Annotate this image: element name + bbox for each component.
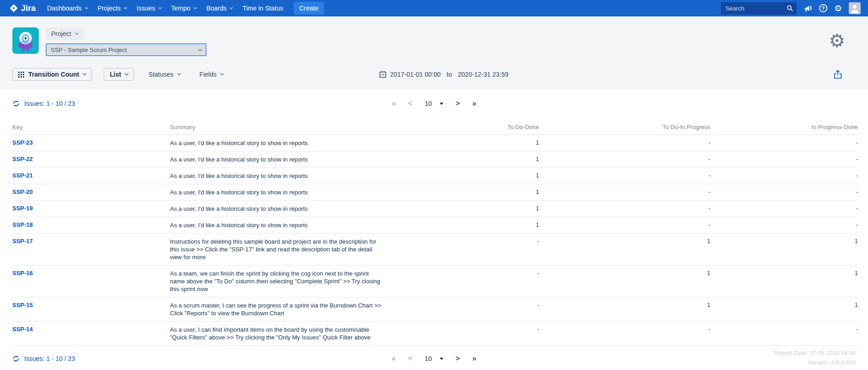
value-inprogress-done: -	[710, 135, 858, 151]
last-page-button[interactable]: »	[472, 354, 476, 363]
value-inprogress-done: -	[710, 322, 858, 346]
project-scope-button[interactable]: Project	[46, 27, 84, 40]
table-row: SSP-21 As a user, I'd like a historical …	[12, 168, 858, 184]
pagination-bottom: « < 10 > »	[392, 354, 476, 363]
issue-summary: As a user, I'd like a historical story t…	[170, 139, 385, 147]
date-range-picker[interactable]: 2017-01-01 00:00 to 2020-12-31 23:59	[379, 71, 508, 78]
date-to: 2020-12-31 23:59	[458, 71, 508, 78]
table-row: SSP-14 As a user, I can find important i…	[12, 322, 858, 346]
project-avatar	[12, 27, 39, 56]
issue-key-link[interactable]: SSP-17	[12, 238, 33, 245]
table-row: SSP-18 As a user, I'd like a historical …	[12, 217, 858, 234]
settings-icon[interactable]: ⚙	[834, 4, 842, 13]
nav-item-time-in-status[interactable]: Time in Status	[238, 0, 288, 16]
column-header-summary[interactable]: Summary	[170, 122, 411, 135]
chevron-down-icon	[74, 31, 78, 35]
value-todo-inprogress: 1	[539, 234, 710, 266]
calendar-icon	[379, 71, 386, 78]
chevron-down-icon	[124, 5, 127, 9]
column-header-todo-done[interactable]: To Do-Done	[411, 122, 539, 135]
issue-key-link[interactable]: SSP-18	[12, 221, 33, 228]
issues-table: Key Summary To Do-Done To Do-In Progress…	[12, 122, 858, 346]
issue-key-link[interactable]: SSP-23	[12, 139, 33, 146]
issue-summary: As a user, I'd like a historical story t…	[170, 156, 385, 163]
caret-down-icon	[439, 103, 443, 105]
report-toolbar: Transition Count List Statuses Fields 20…	[12, 68, 856, 81]
announcements-icon[interactable]	[804, 5, 812, 12]
issues-bar-bottom: Issues: 1 - 10 / 23 « < 10 > » Report Da…	[12, 352, 856, 365]
report-date: Report Date: 27.05.2020 14:30	[774, 348, 856, 358]
issue-key-link[interactable]: SSP-16	[12, 270, 33, 276]
nav-item-tempo[interactable]: Tempo	[166, 0, 201, 16]
value-inprogress-done: 1	[710, 234, 858, 266]
issue-summary: As a scrum master, I can see the progres…	[170, 302, 385, 317]
report-settings-gear-icon[interactable]: ⚙	[826, 31, 848, 50]
prev-page-button[interactable]: <	[408, 354, 412, 363]
issue-key-link[interactable]: SSP-19	[12, 205, 33, 212]
refresh-icon[interactable]	[12, 355, 20, 362]
nav-item-boards[interactable]: Boards	[201, 0, 238, 16]
prev-page-button[interactable]: <	[408, 99, 412, 108]
grid-icon	[18, 72, 24, 78]
export-button[interactable]	[831, 69, 845, 79]
last-page-button[interactable]: »	[472, 99, 476, 108]
issue-summary: As a user, I can find important items on…	[170, 326, 385, 341]
create-button[interactable]: Create	[294, 2, 324, 15]
jira-logo-icon	[9, 4, 18, 13]
refresh-icon[interactable]	[12, 100, 20, 107]
pagination-top: « < 10 > »	[392, 99, 476, 108]
project-select[interactable]: SSP - Sample Scrum Project	[46, 43, 206, 56]
chevron-down-icon	[220, 72, 224, 75]
date-separator: to	[447, 71, 452, 78]
metric-dropdown[interactable]: Transition Count	[12, 68, 92, 81]
jira-logo[interactable]: Jira	[9, 4, 36, 13]
table-row: SSP-19 As a user, I'd like a historical …	[12, 201, 858, 217]
value-todo-inprogress: -	[539, 168, 710, 184]
issue-summary: As a user, I'd like a historical story t…	[170, 221, 385, 229]
issue-key-link[interactable]: SSP-20	[12, 188, 33, 195]
issue-key-link[interactable]: SSP-15	[12, 302, 33, 308]
value-todo-done: 1	[411, 135, 539, 151]
page-size-select[interactable]: 10	[425, 100, 444, 107]
search-icon[interactable]	[787, 5, 793, 13]
view-dropdown[interactable]: List	[104, 68, 134, 81]
chevron-down-icon	[177, 72, 180, 75]
table-row: SSP-20 As a user, I'd like a historical …	[12, 184, 858, 201]
value-inprogress-done: -	[710, 168, 858, 184]
nav-item-dashboards[interactable]: Dashboards	[42, 0, 93, 16]
issue-key-link[interactable]: SSP-14	[12, 326, 33, 333]
table-row: SSP-22 As a user, I'd like a historical …	[12, 151, 858, 168]
nav-item-issues[interactable]: Issues	[132, 0, 166, 16]
issues-count-label: Issues: 1 - 10 / 23	[24, 100, 75, 107]
issues-count-label: Issues: 1 - 10 / 23	[24, 355, 75, 362]
fields-dropdown[interactable]: Fields	[197, 70, 226, 78]
value-inprogress-done: -	[710, 151, 858, 168]
column-header-key[interactable]: Key	[12, 122, 170, 135]
first-page-button[interactable]: «	[392, 99, 396, 108]
nav-item-projects[interactable]: Projects	[93, 0, 132, 16]
page-size-select[interactable]: 10	[425, 355, 444, 362]
value-inprogress-done: -	[710, 184, 858, 201]
first-page-button[interactable]: «	[392, 354, 396, 363]
value-todo-inprogress: -	[539, 201, 710, 217]
value-todo-inprogress: -	[539, 151, 710, 168]
help-icon[interactable]: ?	[819, 4, 827, 12]
next-page-button[interactable]: >	[455, 99, 460, 108]
search-input[interactable]	[721, 2, 797, 15]
column-header-todo-inprogress[interactable]: To Do-In Progress	[539, 122, 710, 135]
statuses-dropdown[interactable]: Statuses	[146, 70, 183, 78]
column-header-inprogress-done[interactable]: In Progress-Done	[710, 122, 858, 135]
issue-key-link[interactable]: SSP-22	[12, 156, 33, 162]
value-todo-done: -	[411, 297, 539, 322]
next-page-button[interactable]: >	[455, 354, 460, 363]
value-todo-inprogress: -	[539, 184, 710, 201]
chevron-down-icon	[85, 5, 88, 9]
issue-summary: As a user, I'd like a historical story t…	[170, 205, 385, 213]
chevron-down-icon	[194, 5, 197, 9]
report-header: Project SSP - Sample Scrum Project ⚙ Tra…	[0, 16, 868, 90]
issue-summary: Instructions for deleting this sample bo…	[170, 238, 385, 261]
user-avatar[interactable]	[849, 2, 861, 14]
issue-key-link[interactable]: SSP-21	[12, 172, 33, 179]
table-row: SSP-15 As a scrum master, I can see the …	[12, 297, 858, 322]
chevron-down-icon	[83, 72, 86, 75]
